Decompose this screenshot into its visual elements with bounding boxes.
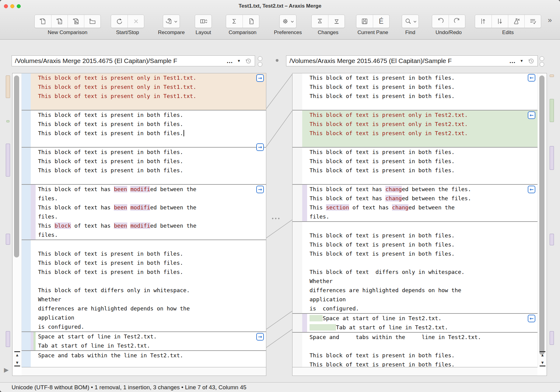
replace-right-button[interactable]: → [256, 333, 264, 341]
layout-columns-button[interactable] [195, 15, 212, 28]
left-file-path-bar[interactable]: /Volumes/Araxis Merge 2015.4675 (El Capi… [12, 55, 255, 66]
overview-marker-changed[interactable] [6, 331, 10, 347]
left-pane-text[interactable]: This block of text is present only in Te… [22, 73, 266, 367]
change-strip [31, 230, 36, 240]
code-line: differences are highlighted depends on h… [36, 304, 266, 313]
gutter [22, 286, 31, 295]
toolbar-button-group [195, 15, 212, 28]
go-first-change-button[interactable]: ▲ [540, 351, 545, 358]
new-text-comparison-button[interactable] [35, 15, 51, 28]
pane-link-toggle[interactable] [540, 62, 544, 67]
previous-change-button[interactable] [312, 15, 328, 28]
path-dropdown-icon[interactable]: ▼ [237, 59, 241, 63]
overview-marker-inserted[interactable] [6, 120, 9, 122]
inserted-block: This block of text is present only in Te… [292, 110, 537, 148]
text-row [22, 175, 266, 184]
toolbar-overflow-icon[interactable]: » [548, 16, 552, 24]
go-first-change-button[interactable]: ▲ [14, 351, 20, 358]
toolbar-group-current-pane: ÉCurrent Pane [356, 15, 390, 36]
left-pane-hscrollbar[interactable] [22, 367, 266, 376]
new-text-comparison-icon [39, 17, 47, 25]
code-line [307, 222, 537, 231]
scrollbar-thumb[interactable] [14, 75, 19, 257]
text-row: Tab at start of line in Test2.txt. [22, 341, 266, 350]
new-folder-comparison-icon [89, 17, 96, 25]
undo-button[interactable] [432, 15, 449, 28]
expand-triangle-icon[interactable]: ▶ [4, 366, 9, 373]
right-file-pane[interactable]: This block of text is present in both fi… [292, 73, 547, 376]
search-button[interactable] [402, 15, 418, 28]
encoding-button[interactable]: É [373, 15, 389, 28]
first-edit-button[interactable] [475, 15, 492, 28]
history-icon[interactable] [528, 58, 534, 64]
left-file-pane[interactable]: ▲ ▼ This block of text is present only i… [12, 73, 266, 376]
path-dropdown-icon[interactable]: ▼ [520, 59, 523, 63]
text-row [22, 240, 266, 249]
overview-marker-inserted[interactable] [550, 99, 554, 122]
code-line [36, 240, 266, 249]
code-line: This block of text is present in both fi… [307, 166, 537, 175]
code-line: differences are highlighted depends on h… [307, 286, 537, 295]
change-strip [302, 351, 307, 360]
overview-marker-changed[interactable] [550, 331, 554, 345]
overview-marker-removed[interactable] [550, 75, 554, 77]
replace-right-button[interactable]: → [256, 186, 264, 193]
code-line: This block of text differs only in white… [307, 268, 537, 277]
toolbar-group-label: Undo/Redo [436, 30, 462, 36]
toolbar-group-find: Find [402, 15, 419, 36]
recompare-button[interactable] [163, 15, 180, 28]
change-strip [31, 351, 36, 360]
scrollbar-thumb[interactable] [539, 75, 544, 355]
new-binary-comparison-button[interactable]: 01 [51, 15, 68, 28]
right-pane-text[interactable]: This block of text is present in both fi… [292, 73, 537, 367]
gutter [22, 101, 31, 110]
last-edit-button[interactable] [492, 15, 508, 28]
pane-link-toggle[interactable] [258, 62, 262, 67]
gear-button[interactable] [280, 15, 296, 28]
toolbar-group-edits: Edits [475, 15, 541, 36]
gutter [22, 166, 31, 175]
same-block: This block of text is present in both fi… [22, 240, 266, 331]
go-last-change-button[interactable]: ▼ [540, 360, 545, 366]
right-pane-hscrollbar[interactable] [292, 367, 537, 376]
gutter [292, 323, 302, 332]
overview-marker-changed[interactable] [6, 234, 10, 245]
overview-marker-removed[interactable] [6, 75, 10, 98]
replace-left-button[interactable]: ← [528, 111, 535, 119]
change-strip [302, 101, 307, 110]
left-pane-scrollbar[interactable]: ▲ ▼ [12, 73, 22, 367]
sigma-button[interactable] [226, 15, 243, 28]
overview-marker-changed[interactable] [6, 144, 10, 177]
replace-left-button[interactable]: ← [528, 186, 535, 193]
stop-button[interactable] [128, 15, 144, 28]
right-pane-scrollbar[interactable]: ▲ ▼ [537, 73, 547, 367]
toolbar-button-group [432, 15, 465, 28]
pane-link-toggle[interactable] [258, 56, 262, 61]
go-last-change-button[interactable]: ▼ [14, 360, 20, 366]
pane-link-toggle[interactable] [540, 56, 544, 61]
new-image-comparison-button[interactable] [68, 15, 84, 28]
code-line: This block of text has been modified bet… [36, 185, 266, 194]
replace-left-button[interactable]: ← [528, 315, 535, 322]
gutter [292, 110, 302, 120]
replace-left-button[interactable]: ← [528, 74, 535, 82]
gutter [292, 120, 302, 129]
next-change-button[interactable] [328, 15, 345, 28]
last-edit-icon [496, 17, 504, 25]
start-button[interactable] [111, 15, 128, 28]
redo-button[interactable] [449, 15, 465, 28]
next-change-icon [333, 17, 341, 25]
overview-marker-changed[interactable] [550, 146, 554, 170]
save-icon [361, 17, 369, 25]
new-binary-comparison-icon: 01 [56, 17, 64, 25]
code-line: This block of text is present in both fi… [307, 157, 537, 166]
line-numbers-button[interactable] [243, 15, 259, 28]
accept-edits-button[interactable] [524, 15, 541, 28]
save-button[interactable] [356, 15, 373, 28]
replace-right-button[interactable]: → [256, 74, 264, 82]
right-file-path-bar[interactable]: /Volumes/Araxis Merge 2015.4675 (El Capi… [286, 55, 538, 66]
history-icon[interactable] [245, 58, 252, 64]
overview-marker-changed[interactable] [550, 234, 554, 245]
remove-edits-button[interactable] [508, 15, 524, 28]
new-folder-comparison-button[interactable] [84, 15, 100, 28]
